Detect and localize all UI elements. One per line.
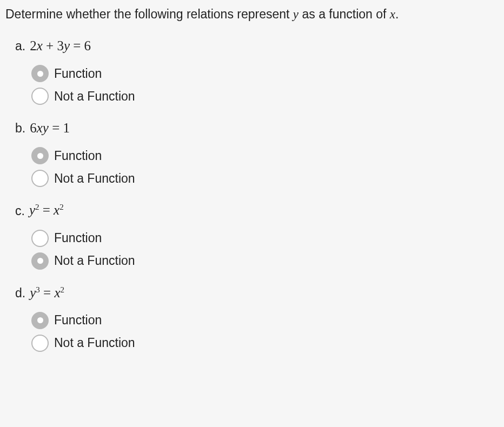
option-function[interactable]: Function — [31, 145, 499, 166]
option-label: Function — [54, 313, 102, 328]
option-label: Not a Function — [54, 253, 135, 268]
question-equation: y2 = x2 — [29, 203, 64, 218]
options-group: FunctionNot a Function — [15, 310, 499, 353]
option-function[interactable]: Function — [31, 310, 499, 331]
question-d: d.y3 = x2FunctionNot a Function — [15, 285, 499, 353]
option-not_function[interactable]: Not a Function — [31, 251, 499, 271]
option-label: Function — [54, 149, 102, 163]
options-group: FunctionNot a Function — [15, 228, 499, 271]
prompt-text-mid: as a function of — [299, 7, 390, 21]
option-label: Function — [54, 66, 102, 81]
radio-dot-icon — [37, 258, 43, 264]
question-letter: d. — [15, 286, 25, 301]
radio-dot-icon — [37, 317, 43, 323]
question-label: c.y2 = x2 — [15, 203, 499, 218]
option-label: Not a Function — [54, 89, 135, 104]
radio-button[interactable] — [31, 335, 49, 352]
question-equation: y3 = x2 — [30, 285, 64, 301]
option-label: Function — [54, 231, 102, 245]
question-letter: b. — [15, 121, 25, 136]
question-prompt: Determine whether the following relation… — [5, 5, 499, 23]
question-letter: a. — [15, 39, 25, 54]
option-label: Not a Function — [54, 336, 135, 350]
radio-button[interactable] — [31, 170, 49, 187]
question-equation: 2x + 3y = 6 — [30, 38, 91, 54]
radio-dot-icon — [37, 71, 43, 77]
options-group: FunctionNot a Function — [15, 145, 499, 189]
option-not_function[interactable]: Not a Function — [31, 333, 499, 353]
prompt-var-x: x — [390, 8, 395, 21]
option-label: Not a Function — [54, 171, 135, 186]
question-b: b.6xy = 1FunctionNot a Function — [15, 121, 499, 189]
radio-button[interactable] — [31, 65, 49, 82]
radio-button[interactable] — [31, 88, 49, 105]
questions-container: a.2x + 3y = 6FunctionNot a Functionb.6xy… — [5, 38, 499, 353]
question-c: c.y2 = x2FunctionNot a Function — [15, 203, 499, 271]
question-equation: 6xy = 1 — [30, 121, 70, 136]
prompt-text-suffix: . — [395, 7, 399, 21]
option-function[interactable]: Function — [31, 63, 499, 84]
question-label: d.y3 = x2 — [15, 285, 499, 301]
radio-button[interactable] — [31, 252, 49, 270]
options-group: FunctionNot a Function — [15, 63, 499, 106]
question-label: a.2x + 3y = 6 — [15, 38, 499, 54]
prompt-var-y: y — [293, 8, 299, 21]
radio-dot-icon — [37, 153, 43, 159]
question-label: b.6xy = 1 — [15, 121, 499, 136]
option-not_function[interactable]: Not a Function — [31, 168, 499, 189]
prompt-text-prefix: Determine whether the following relation… — [5, 7, 293, 21]
option-function[interactable]: Function — [31, 228, 499, 249]
radio-button[interactable] — [31, 147, 49, 164]
question-letter: c. — [15, 204, 25, 218]
option-not_function[interactable]: Not a Function — [31, 86, 499, 106]
radio-button[interactable] — [31, 230, 49, 247]
question-a: a.2x + 3y = 6FunctionNot a Function — [15, 38, 499, 106]
radio-button[interactable] — [31, 312, 49, 329]
